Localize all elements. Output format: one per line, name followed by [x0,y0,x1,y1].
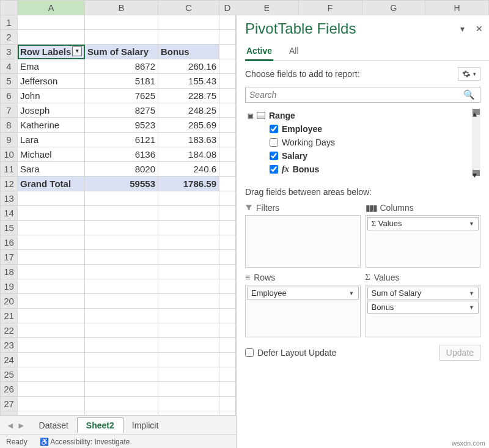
row-header[interactable]: 1 [1,15,18,30]
update-button[interactable]: Update [439,345,480,361]
row-header[interactable]: 16 [1,235,18,250]
row-header[interactable]: 22 [1,323,18,338]
cell[interactable]: John [18,89,85,103]
filter-dropdown-icon[interactable]: ▾ [72,46,82,56]
row-header[interactable]: 10 [1,147,18,162]
layout-options-button[interactable]: ▾ [458,67,480,81]
cell[interactable]: Lara [18,133,85,147]
row-header[interactable]: 18 [1,265,18,279]
row-header[interactable]: 20 [1,294,18,309]
sheet-tab-dataset[interactable]: Dataset [31,418,77,433]
field-salary[interactable]: Salary [245,149,480,163]
checkbox-employee[interactable] [270,125,278,133]
row-header[interactable]: 5 [1,74,18,89]
checkbox-salary[interactable] [270,152,278,160]
select-all-corner[interactable] [1,1,18,15]
columns-dropzone[interactable]: Σ Values▼ [366,215,481,268]
status-accessibility[interactable]: ♿ Accessibility: Investigate [40,438,130,446]
row-header[interactable]: 8 [1,118,18,133]
range-node[interactable]: ▣ Range [245,109,480,122]
search-input[interactable] [246,87,458,102]
chevron-down-icon[interactable]: ▼ [469,290,474,296]
col-header-f[interactable]: F [299,0,362,15]
field-employee[interactable]: Employee [245,122,480,136]
values-dropzone[interactable]: Sum of Salary▼ Bonus▼ [366,285,481,337]
cell[interactable]: Ema [18,59,85,74]
cell[interactable]: 184.08 [158,147,219,162]
col-header-e[interactable]: E [235,0,299,15]
defer-update-toggle[interactable]: Defer Layout Update [245,348,336,358]
cell[interactable]: 6121 [85,133,158,147]
row-header[interactable]: 9 [1,133,18,147]
cell[interactable]: Sara [18,162,85,177]
cell[interactable]: Jefferson [18,74,85,89]
cell[interactable]: 260.16 [158,59,219,74]
field-working-days[interactable]: Working Days [245,136,480,149]
row-header[interactable]: 19 [1,279,18,294]
row-header[interactable]: 12 [1,177,18,191]
row-header[interactable]: 15 [1,221,18,235]
cell[interactable]: 8020 [85,162,158,177]
col-header-d[interactable]: D [219,1,236,15]
grand-total-label[interactable]: Grand Total [18,177,85,191]
cell[interactable]: 248.25 [158,103,219,118]
grand-total-bonus[interactable]: 1786.59 [158,177,219,191]
row-header[interactable]: 13 [1,191,18,206]
row-header[interactable]: 26 [1,382,18,397]
scroll-down-icon[interactable]: ▾ [472,170,480,176]
checkbox-working-days[interactable] [270,138,278,147]
row-header[interactable]: 27 [1,397,18,411]
rows-dropzone[interactable]: Employee▼ [245,285,361,337]
rows-item-employee[interactable]: Employee▼ [247,287,359,299]
close-icon[interactable]: ✕ [476,24,483,34]
cell[interactable]: 9523 [85,118,158,133]
row-header[interactable]: 6 [1,89,18,103]
row-header[interactable]: 17 [1,250,18,265]
cell[interactable]: 240.6 [158,162,219,177]
sheet-nav-buttons[interactable]: ◄ ► [6,420,26,430]
filters-dropzone[interactable] [245,215,361,268]
columns-item-values[interactable]: Σ Values▼ [367,217,479,230]
cell[interactable]: 155.43 [158,74,219,89]
col-header-c[interactable]: C [158,1,219,15]
col-header-a[interactable]: A [18,1,85,15]
row-header[interactable]: 11 [1,162,18,177]
field-bonus[interactable]: fx Bonus [245,163,480,176]
cell[interactable]: 228.75 [158,89,219,103]
tab-active[interactable]: Active [245,42,273,61]
row-header[interactable]: 3 [1,45,18,59]
col-header-g[interactable]: G [362,0,426,15]
cell[interactable]: 6136 [85,147,158,162]
pane-options-icon[interactable]: ▾ [460,24,465,34]
row-header[interactable]: 21 [1,309,18,323]
values-item-bonus[interactable]: Bonus▼ [367,301,479,314]
cell[interactable]: Katherine [18,118,85,133]
row-header[interactable]: 23 [1,338,18,353]
scroll-up-icon[interactable]: ▴ [472,109,480,115]
chevron-down-icon[interactable]: ▼ [349,290,355,296]
cell[interactable]: 8672 [85,59,158,74]
cell[interactable]: Michael [18,147,85,162]
cell[interactable]: 5181 [85,74,158,89]
defer-checkbox[interactable] [245,348,254,357]
row-header[interactable]: 7 [1,103,18,118]
checkbox-bonus[interactable] [270,165,278,174]
tab-all[interactable]: All [288,42,300,61]
cell[interactable]: 8275 [85,103,158,118]
grand-total-salary[interactable]: 59553 [85,177,158,191]
chevron-down-icon[interactable]: ▼ [469,221,474,227]
cell[interactable]: 285.69 [158,118,219,133]
row-header[interactable]: 4 [1,59,18,74]
scrollbar[interactable]: ▴ ▾ [472,109,480,176]
grid[interactable]: A B C D 1 2 3 Row Labels▾ Sum of Salary … [0,0,236,415]
values-item-sum-salary[interactable]: Sum of Salary▼ [367,287,479,299]
bonus-header[interactable]: Bonus [158,45,219,59]
collapse-icon[interactable]: ▣ [248,113,253,119]
row-header[interactable]: 14 [1,206,18,221]
chevron-down-icon[interactable]: ▼ [469,304,474,310]
row-header[interactable]: 2 [1,30,18,45]
search-icon[interactable]: 🔍 [458,89,480,100]
row-labels-header[interactable]: Row Labels▾ [18,45,85,59]
col-header-b[interactable]: B [85,1,158,15]
sheet-tab-implicit[interactable]: Implicit [123,418,167,433]
